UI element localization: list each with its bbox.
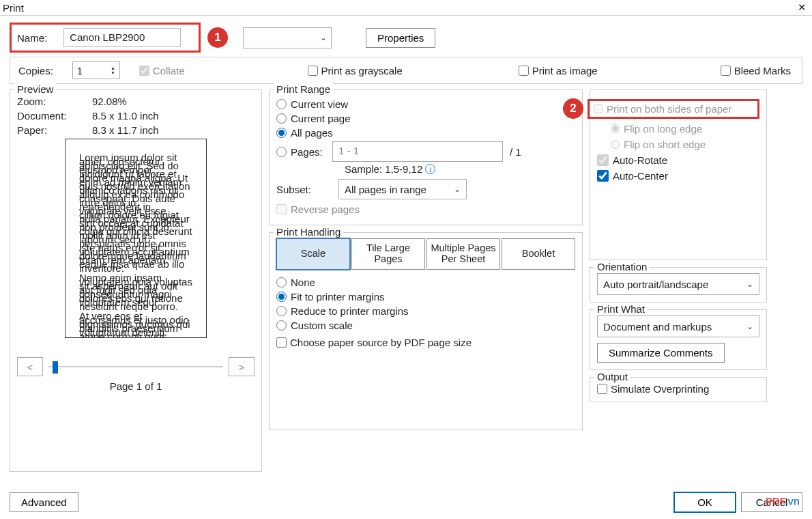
document-value: 8.5 x 11.0 inch	[92, 110, 159, 122]
page-slider[interactable]	[48, 361, 223, 373]
scale-custom-radio[interactable]: Custom scale	[276, 320, 575, 331]
auto-center-checkbox[interactable]: Auto-Center	[597, 170, 759, 182]
current-page-radio[interactable]: Current page	[276, 113, 575, 124]
info-icon[interactable]: i	[425, 164, 435, 174]
orientation-select[interactable]: Auto portrait/landscape⌄	[597, 273, 759, 295]
pages-radio[interactable]: Pages:	[276, 146, 325, 158]
collate-checkbox: Collate	[139, 65, 185, 76]
page-preview: Lorem ipsum dolor sit amet, consectetur …	[65, 139, 207, 338]
tab-booklet[interactable]: Booklet	[502, 238, 575, 270]
pages-total: / 1	[510, 146, 521, 158]
paper-label: Paper:	[17, 124, 92, 136]
orientation-legend: Orientation	[594, 261, 650, 272]
grayscale-checkbox[interactable]: Print as grayscale	[308, 65, 403, 76]
subset-label: Subset:	[276, 184, 311, 195]
zoom-label: Zoom:	[17, 96, 92, 107]
paper-source-checkbox[interactable]: Choose paper source by PDF page size	[276, 337, 575, 348]
callout-badge-2: 2	[563, 98, 583, 119]
secondary-printer-select[interactable]: ⌄	[243, 27, 332, 48]
properties-button[interactable]: Properties	[366, 28, 435, 48]
callout-badge-1: 1	[207, 27, 228, 48]
printer-name-group: Name: Canon LBP2900	[10, 23, 201, 53]
all-pages-radio[interactable]: All pages	[276, 127, 575, 139]
duplex-checkbox	[594, 104, 603, 113]
print-range-legend: Print Range	[274, 83, 333, 95]
preview-legend: Preview	[14, 83, 56, 95]
reverse-pages-checkbox: Reverse pages	[276, 204, 575, 215]
output-legend: Output	[594, 371, 630, 382]
auto-rotate-checkbox: Auto-Rotate	[597, 154, 759, 166]
next-page-button[interactable]: >	[229, 357, 255, 376]
scale-fit-radio[interactable]: Fit to printer margins	[276, 291, 575, 303]
zoom-value: 92.08%	[92, 96, 127, 107]
paper-value: 8.3 x 11.7 inch	[92, 124, 159, 136]
copies-input[interactable]: 1 ▲▼	[72, 61, 120, 79]
copies-value: 1	[77, 65, 83, 76]
advanced-button[interactable]: Advanced	[10, 492, 78, 512]
tab-tile[interactable]: Tile Large Pages	[351, 238, 425, 270]
scale-reduce-radio[interactable]: Reduce to printer margins	[276, 305, 575, 317]
pages-input[interactable]: 1 - 1	[332, 141, 503, 162]
subset-select[interactable]: All pages in range⌄	[338, 179, 467, 199]
tab-multiple[interactable]: Multiple Pages Per Sheet	[426, 238, 500, 270]
spin-icon[interactable]: ▲▼	[111, 66, 115, 75]
print-what-legend: Print What	[594, 303, 648, 315]
print-handling-legend: Print Handling	[274, 226, 343, 238]
cancel-button[interactable]: Cancel	[741, 492, 802, 512]
scale-none-radio[interactable]: None	[276, 277, 575, 288]
copies-label: Copies:	[18, 65, 53, 76]
page-indicator: Page 1 of 1	[17, 380, 255, 392]
document-label: Document:	[17, 110, 92, 122]
flip-short-edge-radio: Flip on short edge	[611, 139, 759, 150]
flip-long-edge-radio: Flip on long edge	[611, 123, 759, 135]
print-as-image-checkbox[interactable]: Print as image	[519, 65, 598, 76]
sample-text: Sample: 1,5-9,12	[345, 163, 422, 175]
name-label: Name:	[17, 32, 47, 44]
prev-page-button[interactable]: <	[17, 357, 43, 376]
simulate-overprinting-checkbox[interactable]: Simulate Overprinting	[597, 383, 759, 395]
bleed-marks-checkbox[interactable]: Bleed Marks	[721, 65, 791, 76]
summarize-comments-button[interactable]: Summarize Comments	[597, 343, 725, 363]
printer-name-field[interactable]: Canon LBP2900	[63, 28, 181, 47]
close-icon[interactable]: ✕	[798, 1, 807, 14]
window-title: Print	[3, 2, 24, 14]
ok-button[interactable]: OK	[674, 492, 736, 512]
tab-scale[interactable]: Scale	[276, 238, 350, 270]
current-view-radio[interactable]: Current view	[276, 98, 575, 110]
duplex-label: Print on both sides of paper	[607, 103, 731, 115]
print-what-select[interactable]: Document and markups⌄	[597, 315, 759, 337]
